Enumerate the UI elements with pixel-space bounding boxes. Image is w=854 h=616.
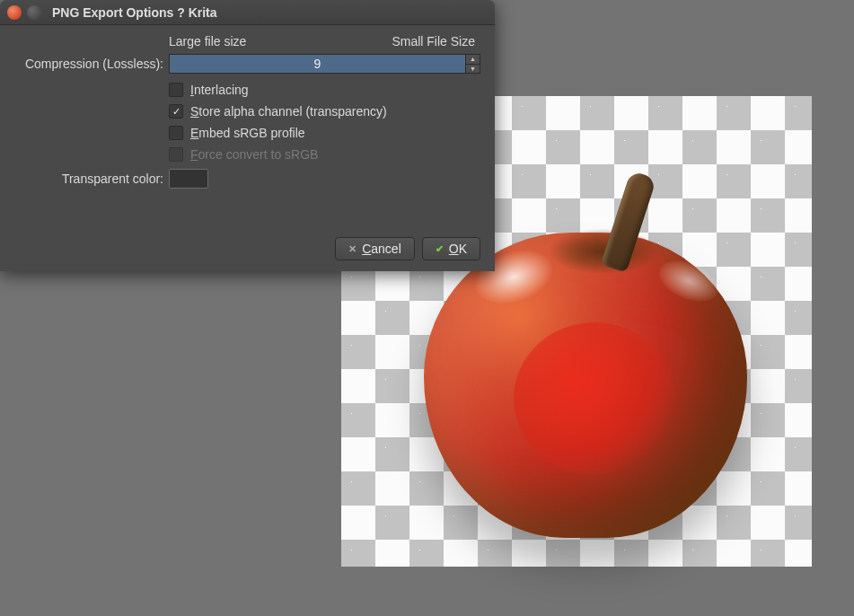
transparent-color-label: Transparent color:: [9, 172, 169, 186]
transparent-color-swatch[interactable]: [169, 169, 208, 189]
apple-red-patch: [514, 322, 675, 475]
label-small-file: Small File Size: [392, 34, 475, 48]
compression-spinner[interactable]: ▲ ▼: [466, 54, 480, 74]
compression-row: Compression (Lossless): 9 ▲ ▼: [9, 54, 480, 74]
spinner-down-icon[interactable]: ▼: [466, 65, 480, 74]
apple-dimple: [550, 229, 657, 274]
compression-slider[interactable]: 9: [169, 54, 466, 74]
checkbox-label: Embed sRGB profile: [190, 126, 305, 140]
window-minimize-button[interactable]: [27, 5, 41, 20]
checkbox-label: Force convert to sRGB: [190, 147, 318, 162]
checkbox-label: Interlacing: [190, 83, 249, 97]
ok-icon: ✔: [436, 243, 444, 255]
checkbox-force-srgb: Force convert to sRGB: [169, 147, 480, 162]
checkbox-interlacing[interactable]: Interlacing: [169, 83, 480, 97]
compression-value: 9: [314, 57, 321, 71]
checkbox-store-alpha[interactable]: ✓ Store alpha channel (transparency): [169, 104, 480, 119]
spinner-up-icon[interactable]: ▲: [466, 55, 480, 65]
transparent-color-row: Transparent color:: [9, 169, 480, 189]
checkbox-box[interactable]: ✓: [169, 104, 183, 119]
compression-label: Compression (Lossless):: [9, 57, 169, 71]
checkbox-box[interactable]: [169, 126, 183, 140]
dialog-body: Large file size Small File Size Compress…: [0, 25, 495, 198]
checkbox-box[interactable]: [169, 83, 183, 97]
cancel-label: Cancel: [362, 242, 401, 256]
titlebar[interactable]: PNG Export Options ? Krita: [0, 0, 495, 25]
compression-range-labels: Large file size Small File Size: [169, 34, 480, 48]
checkbox-embed-srgb[interactable]: Embed sRGB profile: [169, 126, 480, 140]
png-export-dialog: PNG Export Options ? Krita Large file si…: [0, 0, 495, 271]
label-large-file: Large file size: [169, 34, 246, 48]
checkbox-box: [169, 147, 183, 162]
dialog-buttons: ✕ Cancel ✔ OK: [335, 237, 480, 260]
ok-label: OK: [449, 242, 467, 256]
checkbox-group: Interlacing ✓ Store alpha channel (trans…: [169, 83, 480, 162]
window-close-button[interactable]: [7, 5, 22, 20]
checkbox-label: Store alpha channel (transparency): [190, 104, 387, 119]
ok-button[interactable]: ✔ OK: [422, 237, 480, 260]
cancel-button[interactable]: ✕ Cancel: [335, 237, 415, 260]
window-title: PNG Export Options ? Krita: [52, 5, 217, 20]
cancel-icon: ✕: [348, 243, 357, 255]
